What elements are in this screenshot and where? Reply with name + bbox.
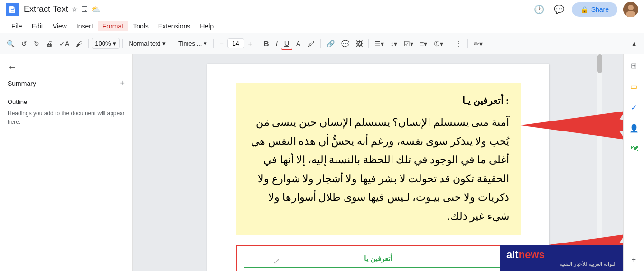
chevron-down-icon: ▾ [162,40,166,47]
font-size-input[interactable] [227,38,244,48]
menu-tools[interactable]: Tools [128,21,153,31]
line-spacing-button[interactable]: ↕▾ [388,38,400,49]
menu-extensions[interactable]: Extensions [153,21,195,31]
font-size-increase[interactable]: + [245,38,255,49]
doc-title: Extract Text [24,4,68,14]
separator-9 [467,39,468,48]
svg-marker-5 [521,111,624,140]
highlighted-text-block: : أتعرفين يـا آمنة متى يستسلم الإنسان؟ ي… [236,83,521,235]
avatar [623,2,638,17]
star-icon[interactable]: ☆ [71,5,78,14]
outline-hint: Headings you add to the document will ap… [8,109,125,126]
keep-icon[interactable]: ▭ [626,79,642,94]
style-select[interactable]: Normal text ▾ [126,38,169,49]
separator-8 [449,39,449,48]
scrollbar-thumb[interactable] [597,54,602,73]
add-summary-button[interactable]: + [120,78,125,88]
chevron-down-icon: ▾ [204,40,207,47]
extensions-icon[interactable]: ⊞ [626,58,642,73]
pen-button[interactable]: ✏▾ [471,38,485,49]
right-panel: ⊞ ▭ ✓ 👤 🗺 + [623,54,644,271]
scrollbar-track[interactable] [597,54,602,271]
list-check-button[interactable]: ☑▾ [401,38,416,49]
menu-help[interactable]: Help [195,21,218,31]
doc-page: : أتعرفين يـا آمنة متى يستسلم الإنسان؟ ي… [207,64,549,271]
app-icon [6,3,19,16]
search-button[interactable]: 🔍 [4,38,18,49]
underline-button[interactable]: U [281,37,292,50]
toolbar-right: ▲ [628,38,640,49]
menu-edit[interactable]: Edit [27,21,48,31]
cloud-icon[interactable]: ⛅ [91,5,101,14]
highlighted-title: : أتعرفين يـا [247,92,509,109]
brand-ait: ait [506,249,519,261]
top-bar: Extract Text ☆ 🖫 ⛅ 🕐 💬 🔒 Share [0,0,644,19]
history-icon[interactable]: 🕐 [532,2,546,17]
numbered-list-button[interactable]: ①▾ [431,38,446,49]
image-button[interactable]: 🖼 [353,38,365,49]
collapse-button[interactable]: ▲ [628,38,640,49]
menu-view[interactable]: View [48,21,72,31]
font-size-decrease[interactable]: − [216,38,226,49]
list-button[interactable]: ≡▾ [417,38,430,49]
spellcheck-button[interactable]: ✓A [56,38,72,49]
text-color-button[interactable]: A [293,38,304,49]
separator-3 [172,39,172,48]
summary-label: Summary [8,80,36,87]
doc-area: : أتعرفين يـا آمنة متى يستسلم الإنسان؟ ي… [133,54,623,271]
more-options-button[interactable]: ⋮ [452,38,465,49]
title-icons: ☆ 🖫 ⛅ [71,5,101,14]
comment-icon[interactable]: 💬 [552,2,566,17]
separator-2 [122,39,123,48]
redo-button[interactable]: ↻ [31,38,42,49]
link-button[interactable]: 🔗 [324,38,337,49]
align-button[interactable]: ☰▾ [372,38,387,49]
undo-button[interactable]: ↺ [19,38,30,49]
contacts-icon[interactable]: 👤 [626,121,642,136]
svg-marker-6 [616,118,624,132]
arrow-1 [521,102,624,149]
brand-news: news [519,249,545,261]
brand-name: aitnews [506,249,616,261]
menu-format[interactable]: Format [98,21,128,31]
separator-5 [258,39,258,48]
comment-add-button[interactable]: 💬 [338,38,352,49]
separator-4 [213,39,214,48]
branding-bar: aitnews البوابة العربية للأخبار التقنية [500,245,623,271]
separator-1 [88,39,89,48]
back-button[interactable]: ← [8,62,125,73]
paint-format-button[interactable]: 🖌 [73,38,85,49]
separator-7 [368,39,369,48]
save-icon[interactable]: 🖫 [81,5,88,14]
highlighted-body: آمنة متى يستسلم الإنسان؟ يستسلم الإنسان … [247,113,509,226]
brand-subtitle: البوابة العربية للأخبار التقنية [506,261,616,267]
menu-insert[interactable]: Insert [72,21,98,31]
italic-button[interactable]: I [273,37,280,49]
share-button[interactable]: 🔒 Share [572,2,617,17]
font-select[interactable]: Times ... ▾ [175,38,210,49]
tasks-icon[interactable]: ✓ [626,100,642,115]
maps-icon[interactable]: 🗺 [626,141,642,157]
toolbar: 🔍 ↺ ↻ 🖨 ✓A 🖌 100% ▾ Normal text ▾ Times … [0,33,644,54]
lock-icon: 🔒 [580,6,588,13]
zoom-select[interactable]: 100% ▾ [92,38,119,49]
top-right-actions: 🕐 💬 🔒 Share [532,2,638,17]
sidebar-divider [8,93,125,93]
outline-label: Outline [8,98,125,105]
menu-file[interactable]: File [7,21,27,31]
bold-button[interactable]: B [261,37,272,49]
chevron-down-icon: ▾ [113,40,116,47]
svg-point-3 [628,5,634,10]
selected-title: أتعرفين يا [244,252,512,268]
summary-section: Summary + [8,78,125,88]
add-panel-button[interactable]: + [626,252,642,267]
print-button[interactable]: 🖨 [43,38,56,49]
main-layout: ← Summary + Outline Headings you add to … [0,54,644,271]
separator-6 [320,39,321,48]
sidebar: ← Summary + Outline Headings you add to … [0,54,133,271]
menu-bar: File Edit View Insert Format Tools Exten… [0,19,644,33]
expand-icon[interactable]: ⤢ [273,256,280,266]
highlight-button[interactable]: 🖊 [305,38,317,49]
